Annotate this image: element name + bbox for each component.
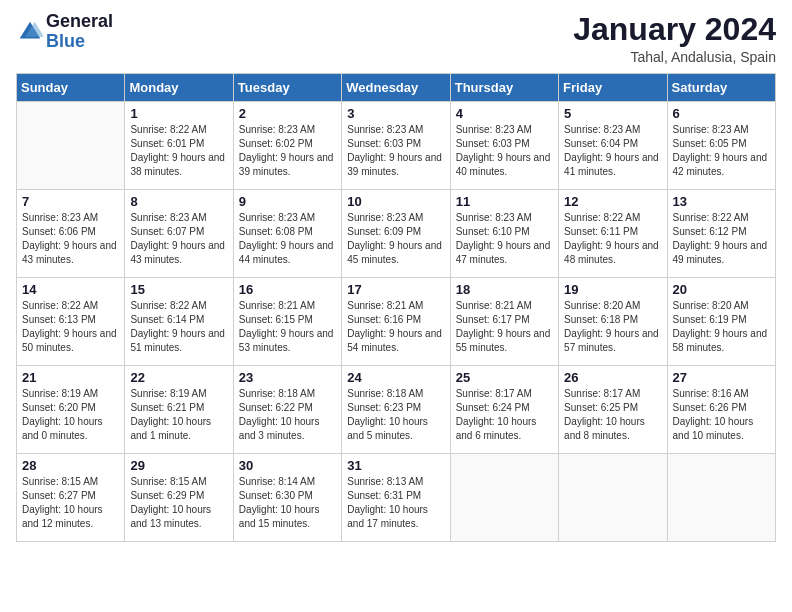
- calendar-cell: 11Sunrise: 8:23 AMSunset: 6:10 PMDayligh…: [450, 190, 558, 278]
- day-info: Sunrise: 8:21 AMSunset: 6:16 PMDaylight:…: [347, 299, 444, 355]
- day-number: 3: [347, 106, 444, 121]
- calendar-cell: 26Sunrise: 8:17 AMSunset: 6:25 PMDayligh…: [559, 366, 667, 454]
- day-number: 22: [130, 370, 227, 385]
- day-info: Sunrise: 8:21 AMSunset: 6:15 PMDaylight:…: [239, 299, 336, 355]
- day-number: 1: [130, 106, 227, 121]
- calendar-cell: 27Sunrise: 8:16 AMSunset: 6:26 PMDayligh…: [667, 366, 775, 454]
- month-title: January 2024: [573, 12, 776, 47]
- day-info: Sunrise: 8:15 AMSunset: 6:29 PMDaylight:…: [130, 475, 227, 531]
- day-info: Sunrise: 8:23 AMSunset: 6:03 PMDaylight:…: [347, 123, 444, 179]
- day-number: 31: [347, 458, 444, 473]
- day-number: 18: [456, 282, 553, 297]
- calendar-cell: [667, 454, 775, 542]
- calendar-week-row: 14Sunrise: 8:22 AMSunset: 6:13 PMDayligh…: [17, 278, 776, 366]
- header: General Blue January 2024 Tahal, Andalus…: [16, 12, 776, 65]
- day-info: Sunrise: 8:23 AMSunset: 6:07 PMDaylight:…: [130, 211, 227, 267]
- calendar-cell: 4Sunrise: 8:23 AMSunset: 6:03 PMDaylight…: [450, 102, 558, 190]
- calendar-cell: [559, 454, 667, 542]
- logo-blue: Blue: [46, 32, 113, 52]
- calendar-cell: 1Sunrise: 8:22 AMSunset: 6:01 PMDaylight…: [125, 102, 233, 190]
- calendar-cell: 6Sunrise: 8:23 AMSunset: 6:05 PMDaylight…: [667, 102, 775, 190]
- location: Tahal, Andalusia, Spain: [573, 49, 776, 65]
- page: General Blue January 2024 Tahal, Andalus…: [0, 0, 792, 612]
- calendar-cell: 24Sunrise: 8:18 AMSunset: 6:23 PMDayligh…: [342, 366, 450, 454]
- day-info: Sunrise: 8:23 AMSunset: 6:04 PMDaylight:…: [564, 123, 661, 179]
- calendar-cell: 20Sunrise: 8:20 AMSunset: 6:19 PMDayligh…: [667, 278, 775, 366]
- day-number: 20: [673, 282, 770, 297]
- title-area: January 2024 Tahal, Andalusia, Spain: [573, 12, 776, 65]
- day-info: Sunrise: 8:23 AMSunset: 6:10 PMDaylight:…: [456, 211, 553, 267]
- calendar-cell: 29Sunrise: 8:15 AMSunset: 6:29 PMDayligh…: [125, 454, 233, 542]
- calendar-header-sunday: Sunday: [17, 74, 125, 102]
- calendar-cell: 25Sunrise: 8:17 AMSunset: 6:24 PMDayligh…: [450, 366, 558, 454]
- logo-icon: [16, 18, 44, 46]
- day-info: Sunrise: 8:21 AMSunset: 6:17 PMDaylight:…: [456, 299, 553, 355]
- logo-general: General: [46, 12, 113, 32]
- day-info: Sunrise: 8:17 AMSunset: 6:24 PMDaylight:…: [456, 387, 553, 443]
- day-number: 29: [130, 458, 227, 473]
- calendar-cell: [17, 102, 125, 190]
- calendar-cell: 17Sunrise: 8:21 AMSunset: 6:16 PMDayligh…: [342, 278, 450, 366]
- day-info: Sunrise: 8:20 AMSunset: 6:18 PMDaylight:…: [564, 299, 661, 355]
- day-number: 17: [347, 282, 444, 297]
- day-info: Sunrise: 8:22 AMSunset: 6:14 PMDaylight:…: [130, 299, 227, 355]
- day-number: 27: [673, 370, 770, 385]
- calendar-header-saturday: Saturday: [667, 74, 775, 102]
- calendar-cell: 16Sunrise: 8:21 AMSunset: 6:15 PMDayligh…: [233, 278, 341, 366]
- logo: General Blue: [16, 12, 113, 52]
- calendar-header-friday: Friday: [559, 74, 667, 102]
- calendar: SundayMondayTuesdayWednesdayThursdayFrid…: [16, 73, 776, 542]
- calendar-header-wednesday: Wednesday: [342, 74, 450, 102]
- day-info: Sunrise: 8:15 AMSunset: 6:27 PMDaylight:…: [22, 475, 119, 531]
- calendar-cell: 21Sunrise: 8:19 AMSunset: 6:20 PMDayligh…: [17, 366, 125, 454]
- calendar-header-tuesday: Tuesday: [233, 74, 341, 102]
- calendar-cell: 31Sunrise: 8:13 AMSunset: 6:31 PMDayligh…: [342, 454, 450, 542]
- day-number: 10: [347, 194, 444, 209]
- day-info: Sunrise: 8:20 AMSunset: 6:19 PMDaylight:…: [673, 299, 770, 355]
- day-info: Sunrise: 8:22 AMSunset: 6:11 PMDaylight:…: [564, 211, 661, 267]
- day-info: Sunrise: 8:23 AMSunset: 6:05 PMDaylight:…: [673, 123, 770, 179]
- calendar-cell: 30Sunrise: 8:14 AMSunset: 6:30 PMDayligh…: [233, 454, 341, 542]
- day-number: 2: [239, 106, 336, 121]
- calendar-header-row: SundayMondayTuesdayWednesdayThursdayFrid…: [17, 74, 776, 102]
- day-number: 12: [564, 194, 661, 209]
- day-number: 11: [456, 194, 553, 209]
- day-number: 19: [564, 282, 661, 297]
- day-number: 8: [130, 194, 227, 209]
- calendar-week-row: 21Sunrise: 8:19 AMSunset: 6:20 PMDayligh…: [17, 366, 776, 454]
- day-number: 30: [239, 458, 336, 473]
- day-number: 26: [564, 370, 661, 385]
- day-number: 25: [456, 370, 553, 385]
- day-info: Sunrise: 8:23 AMSunset: 6:02 PMDaylight:…: [239, 123, 336, 179]
- calendar-cell: 9Sunrise: 8:23 AMSunset: 6:08 PMDaylight…: [233, 190, 341, 278]
- day-number: 23: [239, 370, 336, 385]
- day-info: Sunrise: 8:13 AMSunset: 6:31 PMDaylight:…: [347, 475, 444, 531]
- calendar-cell: 2Sunrise: 8:23 AMSunset: 6:02 PMDaylight…: [233, 102, 341, 190]
- day-number: 7: [22, 194, 119, 209]
- calendar-week-row: 7Sunrise: 8:23 AMSunset: 6:06 PMDaylight…: [17, 190, 776, 278]
- day-number: 13: [673, 194, 770, 209]
- day-info: Sunrise: 8:22 AMSunset: 6:12 PMDaylight:…: [673, 211, 770, 267]
- day-number: 5: [564, 106, 661, 121]
- day-info: Sunrise: 8:17 AMSunset: 6:25 PMDaylight:…: [564, 387, 661, 443]
- calendar-cell: 28Sunrise: 8:15 AMSunset: 6:27 PMDayligh…: [17, 454, 125, 542]
- day-info: Sunrise: 8:23 AMSunset: 6:09 PMDaylight:…: [347, 211, 444, 267]
- calendar-cell: 22Sunrise: 8:19 AMSunset: 6:21 PMDayligh…: [125, 366, 233, 454]
- day-info: Sunrise: 8:22 AMSunset: 6:13 PMDaylight:…: [22, 299, 119, 355]
- day-number: 24: [347, 370, 444, 385]
- day-number: 6: [673, 106, 770, 121]
- day-number: 4: [456, 106, 553, 121]
- day-number: 15: [130, 282, 227, 297]
- day-number: 9: [239, 194, 336, 209]
- day-info: Sunrise: 8:18 AMSunset: 6:23 PMDaylight:…: [347, 387, 444, 443]
- calendar-cell: [450, 454, 558, 542]
- calendar-cell: 23Sunrise: 8:18 AMSunset: 6:22 PMDayligh…: [233, 366, 341, 454]
- calendar-cell: 8Sunrise: 8:23 AMSunset: 6:07 PMDaylight…: [125, 190, 233, 278]
- calendar-week-row: 1Sunrise: 8:22 AMSunset: 6:01 PMDaylight…: [17, 102, 776, 190]
- day-info: Sunrise: 8:18 AMSunset: 6:22 PMDaylight:…: [239, 387, 336, 443]
- calendar-week-row: 28Sunrise: 8:15 AMSunset: 6:27 PMDayligh…: [17, 454, 776, 542]
- day-info: Sunrise: 8:23 AMSunset: 6:06 PMDaylight:…: [22, 211, 119, 267]
- calendar-cell: 12Sunrise: 8:22 AMSunset: 6:11 PMDayligh…: [559, 190, 667, 278]
- calendar-cell: 18Sunrise: 8:21 AMSunset: 6:17 PMDayligh…: [450, 278, 558, 366]
- day-info: Sunrise: 8:14 AMSunset: 6:30 PMDaylight:…: [239, 475, 336, 531]
